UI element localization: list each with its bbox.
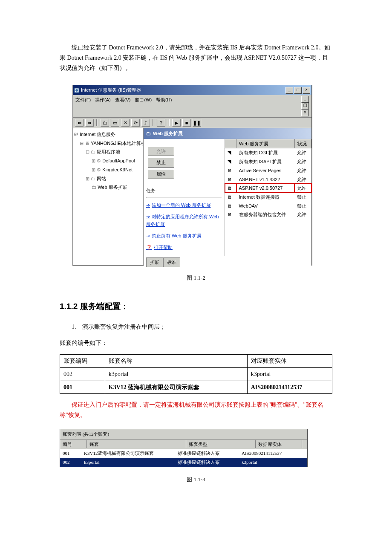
col-status[interactable]: 状况 xyxy=(294,139,311,148)
table-row: ◥所有未知 CGI 扩展允许 xyxy=(225,148,311,157)
pause-icon[interactable]: ❚❚ xyxy=(193,119,201,127)
task-deny-all[interactable]: ➔禁止所有 Web 服务扩展 xyxy=(146,232,222,240)
tab-standard[interactable]: 标准 xyxy=(163,257,180,267)
window-titlebar: Internet 信息服务 (IIS)管理器 _ □ × xyxy=(73,85,311,95)
table-row-highlighted: 🗎ASP.NET v2.0.50727允许 xyxy=(225,184,311,193)
table-row: ◥所有未知 ISAPI 扩展允许 xyxy=(225,157,311,166)
table-row: 🗎Internet 数据连接器禁止 xyxy=(225,193,311,202)
col-account-entity: 对应账套实体 xyxy=(247,355,332,368)
folder-icon: 🗀 xyxy=(146,130,151,138)
delete-icon[interactable]: ✕ xyxy=(121,119,130,127)
tab-extension[interactable]: 扩展 xyxy=(146,257,163,267)
window-title: Internet 信息服务 (IIS)管理器 xyxy=(81,86,141,94)
table-row: 002 k3portal k3portal xyxy=(60,367,332,381)
stop-icon[interactable]: ■ xyxy=(182,119,191,127)
task-add-extension[interactable]: ➔添加一个新的 Web 服务扩展 xyxy=(146,201,222,209)
tree-web-ext: 🗀 Web 服务扩展 xyxy=(74,183,142,192)
menu-action[interactable]: 操作(A) xyxy=(95,96,111,116)
refresh-icon[interactable]: ⟳ xyxy=(131,119,140,127)
help-icon[interactable]: ? xyxy=(157,119,165,127)
menu-help[interactable]: 帮助(H) xyxy=(156,96,172,116)
step-1: 1. 演示账套恢复并注册在中间层； xyxy=(72,322,332,332)
task-open-help[interactable]: ❓打开帮助 xyxy=(146,243,222,251)
tree-host: ⊟ 🖥 YANHONGJIE(本地计算机) xyxy=(74,139,142,148)
menu-bar: 文件(F) 操作(A) 查看(V) 窗口(W) 帮助(H) _ ❐ × xyxy=(73,95,311,118)
properties-button[interactable]: 属性 xyxy=(148,169,174,179)
account-intro: 账套的编号如下： xyxy=(60,338,332,348)
menu-view[interactable]: 查看(V) xyxy=(115,96,131,116)
menu-window[interactable]: 窗口(W) xyxy=(135,96,152,116)
allow-icon: ➔ xyxy=(146,214,150,219)
play-icon[interactable]: ▶ xyxy=(172,119,181,127)
web-ext-header: 🗀 Web 服务扩展 xyxy=(144,128,311,139)
close-button[interactable]: × xyxy=(303,87,310,94)
table-row: 🗎WebDAV禁止 xyxy=(225,202,311,211)
tasks-label: 任务 xyxy=(146,187,222,195)
table-row: 🗎ASP.NET v1.1.4322允许 xyxy=(225,175,311,184)
col-type: 账套类型 xyxy=(189,440,256,448)
table-row: 🗎在服务器端的包含文件允许 xyxy=(225,210,311,219)
allow-button[interactable]: 允许 xyxy=(148,147,174,156)
tree-app-pool: ⊟ 🗀 应用程序池 xyxy=(74,147,142,156)
help-task-icon: ❓ xyxy=(146,245,152,250)
account-table: 账套编码 账套名称 对应账套实体 002 k3portal k3portal 0… xyxy=(60,354,332,394)
extensions-table: Web 服务扩展 状况 ◥所有未知 CGI 扩展允许 ◥所有未知 ISAPI 扩… xyxy=(225,139,311,219)
child-restore-button[interactable]: ❐ xyxy=(301,103,309,110)
table-row-primary: 001 K3V12 蓝海机械有限公司演示账套 AIS20080214112537 xyxy=(60,381,332,394)
account-list-header: 账套列表 (共12个账套) xyxy=(60,429,307,439)
document-page: 统已经安装了 Dotnet Framework 2.0，请先卸载，并在安装完 I… xyxy=(0,0,392,555)
account-list-screenshot: 账套列表 (共12个账套) 编号 账套 账套类型 数据库实体 001 K3V12… xyxy=(60,429,308,467)
child-minimize-button[interactable]: _ xyxy=(301,96,309,103)
toolbar: ⇐ ⇒ 🗀 ▭ ✕ ⟳ ⤴ ? ▶ ■ ❚❚ xyxy=(73,118,311,128)
col-account-name: 账套名称 xyxy=(105,355,247,368)
col-extension[interactable]: Web 服务扩展 xyxy=(236,139,295,148)
list-item[interactable]: 001 K3V12蓝海机械有限公司演示账套 标准供应链解决方案 AIS20080… xyxy=(60,449,307,458)
table-row: 🗎Active Server Pages允许 xyxy=(225,166,311,175)
col-db-entity: 数据库实体 xyxy=(258,440,302,448)
intro-paragraph: 统已经安装了 Dotnet Framework 2.0，请先卸载，并在安装完 I… xyxy=(60,43,332,73)
figure-caption-1-1-3: 图 1.1-3 xyxy=(60,475,332,484)
deny-icon: ➔ xyxy=(146,233,150,238)
tree-view[interactable]: 🖳 Internet 信息服务 ⊟ 🖥 YANHONGJIE(本地计算机) ⊟ … xyxy=(73,128,144,265)
properties-icon[interactable]: ▭ xyxy=(111,119,119,127)
figure-caption-1-1-2: 图 1.1-2 xyxy=(60,273,332,283)
task-allow-app[interactable]: ➔对特定的应用程序允许所有 Web 服务扩展 xyxy=(146,213,222,228)
export-icon[interactable]: ⤴ xyxy=(141,119,150,127)
heading-1-1-2: 1.1.2 服务端配置： xyxy=(60,300,332,313)
forward-icon[interactable]: ⇒ xyxy=(85,119,94,127)
account-list-columns: 编号 账套 账套类型 数据库实体 xyxy=(60,439,307,449)
col-account: 账套 xyxy=(89,440,186,448)
iis-screenshot: Internet 信息服务 (IIS)管理器 _ □ × 文件(F) 操作(A)… xyxy=(72,85,312,266)
back-icon[interactable]: ⇐ xyxy=(75,119,84,127)
svg-point-1 xyxy=(75,89,78,92)
add-icon: ➔ xyxy=(146,202,150,208)
bottom-tabs: 扩展标准 xyxy=(144,256,311,268)
menu-file[interactable]: 文件(F) xyxy=(75,96,91,116)
list-item-selected[interactable]: 002 k3portal 标准供应链解决方案 k3portal xyxy=(60,458,307,467)
maximize-button[interactable]: □ xyxy=(294,87,302,94)
up-icon[interactable]: 🗀 xyxy=(101,119,109,127)
tree-defaultapppool: ⊞ ⚙ DefaultAppPool xyxy=(74,156,142,165)
col-number: 编号 xyxy=(63,440,87,448)
tree-kingdeek3net: ⊞ ⚙ KingdeeK3Net xyxy=(74,165,142,174)
tree-sites: ⊞ 🗀 网站 xyxy=(74,174,142,183)
app-icon xyxy=(74,88,79,93)
tree-root: 🖳 Internet 信息服务 xyxy=(74,130,142,139)
red-note: 保证进入门户后的零配置，请一定将蓝海机械有限公司演示账套按照上表的"账套编码"、… xyxy=(60,400,332,420)
deny-button[interactable]: 禁止 xyxy=(148,158,174,168)
minimize-button[interactable]: _ xyxy=(285,87,293,94)
col-account-code: 账套编码 xyxy=(60,355,105,368)
child-close-button[interactable]: × xyxy=(301,110,309,116)
